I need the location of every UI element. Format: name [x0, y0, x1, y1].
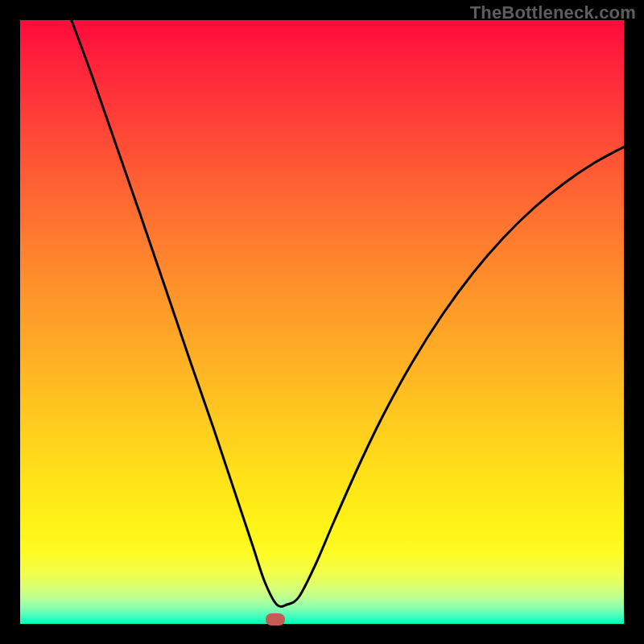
chart-frame: TheBottleneck.com — [0, 0, 644, 644]
chart-plot-area — [20, 20, 624, 624]
watermark-text: TheBottleneck.com — [470, 2, 636, 23]
bottleneck-curve — [20, 20, 624, 624]
chart-marker — [266, 613, 285, 625]
